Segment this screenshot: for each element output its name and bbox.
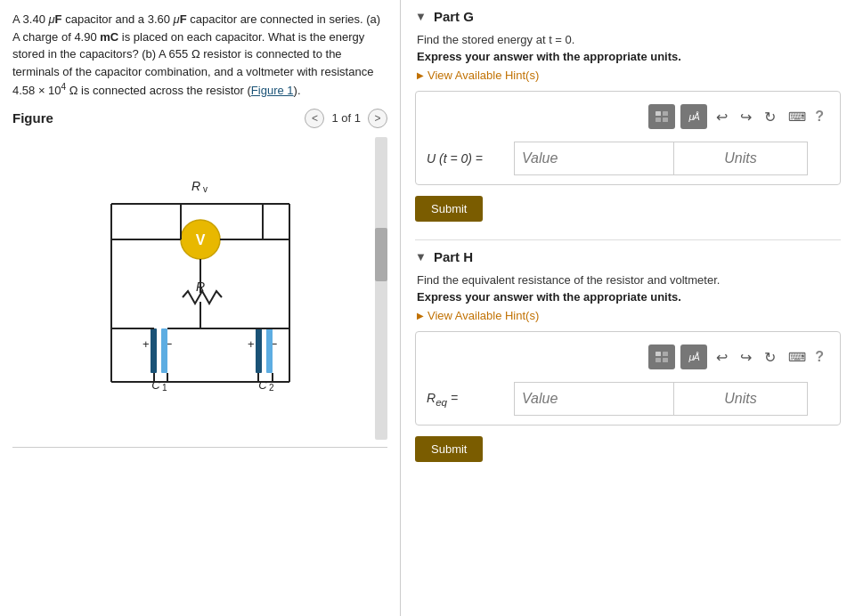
figure-top-row: Figure < 1 of 1 >	[12, 109, 387, 134]
svg-text:C: C	[258, 378, 267, 392]
svg-rect-48	[663, 111, 668, 116]
part-g-matrix-button[interactable]	[648, 104, 675, 129]
part-h-matrix-button[interactable]	[648, 344, 675, 369]
part-h-refresh-button[interactable]: ↻	[761, 347, 779, 368]
part-h-mu-button[interactable]: μÅ	[680, 344, 707, 369]
part-g-help-icon[interactable]: ?	[815, 109, 824, 125]
part-g-divider	[415, 239, 841, 240]
part-h-units-input[interactable]	[674, 382, 808, 416]
left-panel: A 3.40 μF capacitor and a 3.60 μF capaci…	[0, 0, 401, 616]
part-g-undo-button[interactable]: ↩	[712, 107, 731, 127]
part-h-input-row: Req =	[427, 382, 829, 416]
part-h-instruction: Express your answer with the appropriate…	[417, 290, 841, 304]
problem-text: A 3.40 μF capacitor and a 3.60 μF capaci…	[12, 11, 387, 100]
left-panel-scrollbar[interactable]	[375, 137, 387, 440]
part-g-units-input[interactable]	[674, 142, 808, 175]
svg-text:2: 2	[269, 383, 274, 393]
part-h-header: ▼ Part H	[415, 249, 841, 264]
part-h-submit-button[interactable]: Submit	[415, 436, 483, 462]
svg-rect-54	[663, 358, 668, 362]
figure-nav-text: 1 of 1	[331, 111, 361, 125]
figure-container: R v V R +	[12, 137, 387, 440]
circuit-diagram: R v V R +	[58, 150, 343, 426]
part-g-keyboard-button[interactable]: ⌨	[785, 108, 810, 126]
part-g-toolbar: μÅ ↩ ↪ ↻ ⌨ ?	[427, 101, 829, 133]
part-h-toolbar: μÅ ↩ ↪ ↻ ⌨ ?	[427, 341, 829, 373]
part-g-description: Find the stored energy at t = 0.	[417, 33, 841, 46]
svg-rect-27	[266, 328, 273, 373]
svg-rect-26	[256, 328, 262, 373]
part-h-answer-box: μÅ ↩ ↪ ↻ ⌨ ? Req =	[415, 331, 841, 426]
part-h-keyboard-button[interactable]: ⌨	[785, 348, 810, 366]
right-panel: ▼ Part G Find the stored energy at t = 0…	[401, 0, 855, 616]
svg-text:1: 1	[162, 383, 167, 393]
svg-rect-47	[656, 111, 661, 116]
part-g-mu-button[interactable]: μÅ	[680, 104, 707, 129]
figure-label: Figure	[12, 110, 53, 126]
svg-rect-50	[663, 118, 668, 122]
svg-text:C: C	[151, 378, 160, 392]
svg-rect-53	[656, 358, 661, 362]
figure-nav: < 1 of 1 >	[305, 109, 387, 128]
svg-rect-51	[656, 352, 661, 356]
part-h-undo-button[interactable]: ↩	[712, 347, 731, 368]
svg-text:v: v	[203, 184, 208, 194]
svg-text:V: V	[195, 232, 205, 247]
svg-rect-20	[151, 328, 157, 373]
figure-prev-button[interactable]: <	[305, 109, 324, 128]
part-g-value-input[interactable]	[514, 142, 674, 175]
part-g-title: Part G	[434, 9, 474, 24]
part-h-input-label: Req =	[427, 391, 507, 408]
part-g-refresh-button[interactable]: ↻	[761, 107, 779, 127]
svg-rect-21	[161, 328, 167, 373]
part-g-input-label: U (t = 0) =	[427, 151, 507, 166]
part-h-hint-link[interactable]: View Available Hint(s)	[417, 309, 841, 322]
part-h-collapse-arrow[interactable]: ▼	[415, 250, 427, 263]
part-h-value-input[interactable]	[514, 382, 674, 416]
part-g-input-row: U (t = 0) =	[427, 142, 829, 175]
svg-text:+: +	[142, 337, 150, 351]
svg-rect-52	[663, 352, 668, 356]
figure-link[interactable]: Figure 1	[251, 84, 294, 97]
svg-text:+: +	[248, 337, 255, 351]
part-g-instruction: Express your answer with the appropriate…	[417, 50, 841, 63]
svg-rect-49	[656, 118, 661, 122]
part-g-header: ▼ Part G	[415, 9, 841, 24]
figure-next-button[interactable]: >	[368, 109, 387, 128]
part-h-description: Find the equivalent resistance of the re…	[417, 273, 841, 287]
part-g-hint-link[interactable]: View Available Hint(s)	[417, 69, 841, 82]
part-h-help-icon[interactable]: ?	[815, 349, 824, 365]
svg-text:R: R	[191, 179, 200, 193]
part-h-title: Part H	[434, 249, 473, 264]
part-g-submit-button[interactable]: Submit	[415, 196, 483, 222]
part-g-collapse-arrow[interactable]: ▼	[415, 10, 427, 23]
part-g-answer-box: μÅ ↩ ↪ ↻ ⌨ ? U (t = 0) =	[415, 91, 841, 185]
part-h-redo-button[interactable]: ↪	[737, 347, 755, 368]
part-g-redo-button[interactable]: ↪	[737, 107, 755, 127]
